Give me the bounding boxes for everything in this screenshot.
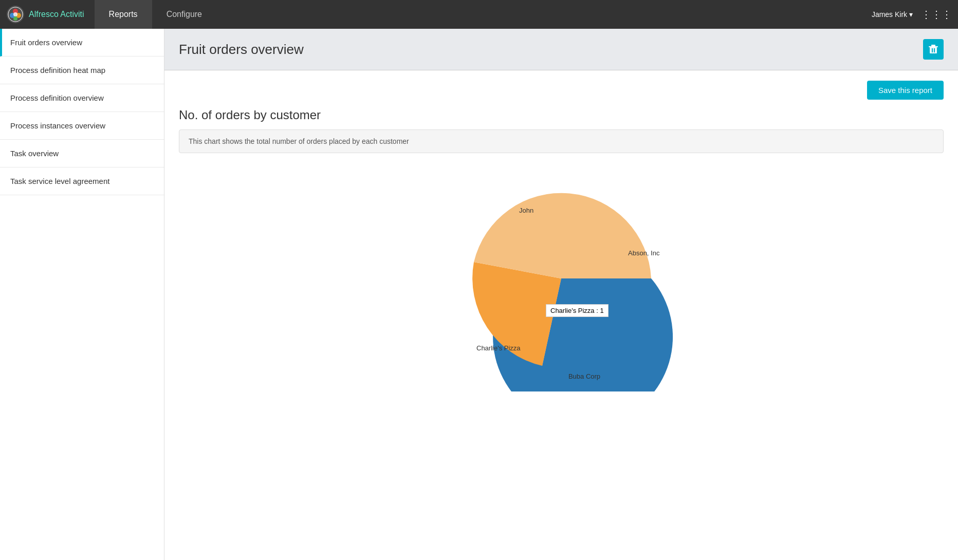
save-report-button[interactable]: Save this report [867,81,944,100]
delete-report-button[interactable] [923,39,944,60]
pie-chart-container: Abson, Inc Buba Corp Charlie's Pizza Joh… [179,165,944,404]
report-header: Fruit orders overview [164,29,958,70]
report-title: Fruit orders overview [179,42,304,58]
sidebar-item-process-def-heat[interactable]: Process definition heat map [0,57,164,84]
sidebar-item-fruit-orders[interactable]: Fruit orders overview [0,29,164,57]
sidebar-item-task-overview[interactable]: Task overview [0,140,164,167]
label-buba: Buba Corp [568,372,600,380]
main-layout: Fruit orders overview Process definition… [0,29,958,560]
pie-chart: Abson, Inc Buba Corp Charlie's Pizza Joh… [433,176,690,394]
content-area: Fruit orders overview Save this report N… [164,29,958,560]
grid-apps-icon[interactable]: ⋮⋮⋮ [921,8,952,21]
chart-description: This chart shows the total number of ord… [179,129,944,153]
nav-tabs: Reports Configure [95,0,216,29]
svg-point-5 [13,12,17,16]
svg-rect-6 [930,47,937,53]
pie-segment-john [474,193,651,278]
svg-rect-10 [931,45,935,46]
label-charlies: Charlie's Pizza [476,344,521,352]
label-abson: Abson, Inc [628,249,660,257]
sidebar-item-process-inst-overview[interactable]: Process instances overview [0,112,164,140]
svg-rect-8 [934,48,935,52]
trash-icon [928,44,938,54]
pie-svg: Abson, Inc Buba Corp Charlie's Pizza Joh… [433,176,690,391]
alfresco-logo-icon [6,5,25,24]
tab-reports[interactable]: Reports [95,0,152,29]
svg-rect-9 [929,46,938,47]
sidebar-item-process-def-overview[interactable]: Process definition overview [0,84,164,112]
top-nav: Alfresco Activiti Reports Configure Jame… [0,0,958,29]
chart-title: No. of orders by customer [179,108,944,122]
logo-text: Alfresco Activiti [29,10,84,19]
label-john: John [519,207,533,214]
report-body[interactable]: Save this report No. of orders by custom… [164,70,958,560]
svg-rect-7 [932,48,933,52]
logo-area: Alfresco Activiti [6,5,84,24]
tab-configure[interactable]: Configure [152,0,216,29]
user-menu[interactable]: James Kirk ▾ [872,10,913,18]
nav-right: James Kirk ▾ ⋮⋮⋮ [872,8,952,21]
sidebar: Fruit orders overview Process definition… [0,29,164,560]
sidebar-item-task-sla[interactable]: Task service level agreement [0,167,164,195]
